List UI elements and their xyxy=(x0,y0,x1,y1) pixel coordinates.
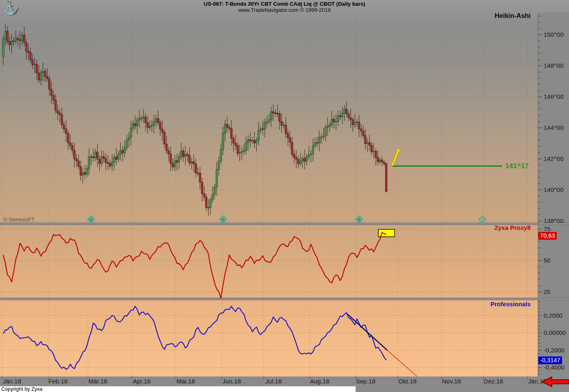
month-label: Feb.18 xyxy=(49,378,68,385)
svg-text:R: R xyxy=(358,218,361,222)
month-label: Dez.18 xyxy=(484,378,503,385)
proxy8-value-badge: 70,63 xyxy=(538,232,557,240)
axis-ticks xyxy=(538,12,542,376)
month-label: Sep.18 xyxy=(356,378,376,385)
proxy8-panel-label: Zyxa Proxy8 xyxy=(495,224,531,231)
genesis-watermark: © GenesisFT xyxy=(3,216,35,223)
svg-text:R: R xyxy=(222,218,224,222)
price-axis-label: 148^00 xyxy=(544,62,564,69)
proxy8-axis-label: 75 xyxy=(544,225,551,232)
professionals-axis-label: 0,00000 xyxy=(544,329,566,336)
professionals-axis-label: 0,2000 xyxy=(544,312,562,319)
price-axis-label: 140^00 xyxy=(544,186,564,193)
month-label: Jul.18 xyxy=(265,378,282,385)
month-label: Nov.18 xyxy=(442,378,461,385)
svg-text:R: R xyxy=(90,218,93,222)
professionals-line xyxy=(3,306,386,370)
price-annotations xyxy=(392,148,502,166)
up-arrow-annotation xyxy=(396,148,400,152)
gridlines xyxy=(0,15,538,379)
scroll-left-arrow-icon[interactable] xyxy=(540,376,569,388)
candlestick-series xyxy=(2,24,387,216)
price-axis-label: 138^00 xyxy=(544,217,564,224)
window-subtitle: www.TradeNavigator.com © 1999-2018 xyxy=(0,7,569,13)
proxy8-series xyxy=(3,232,386,298)
price-axis-label: 146^00 xyxy=(544,93,564,100)
window-title: US-067: T-Bonds 30Yr CBT Comb CAdj Liq @… xyxy=(0,1,569,7)
price-panel-label: Heikin-Ashi xyxy=(495,12,531,20)
month-label: Jän.18 xyxy=(3,378,21,385)
month-label: Mai.18 xyxy=(177,378,195,385)
rollover-markers: RRR? xyxy=(88,216,486,223)
price-axis-label: 144^00 xyxy=(544,124,564,131)
month-label: Jun.18 xyxy=(222,378,241,385)
proxy8-axis-label: 25 xyxy=(544,288,551,295)
svg-text:?: ? xyxy=(482,218,484,222)
trade-navigator-window: RRR? Jän.18Feb.18Mär.18Apr.18Mai.18Jun.1… xyxy=(0,0,569,392)
trendline-annotation xyxy=(387,350,417,376)
month-label: Apr.18 xyxy=(133,378,150,385)
proxy8-axis-label: 50 xyxy=(544,257,551,264)
professionals-series xyxy=(3,306,386,370)
proxy8-line xyxy=(3,232,386,298)
month-label: Mär.18 xyxy=(88,378,107,385)
chart-canvas[interactable]: RRR? xyxy=(0,0,569,392)
month-label: Okt.18 xyxy=(399,378,417,385)
price-axis-label: 150^00 xyxy=(544,31,564,38)
target-price-label: 141^17 xyxy=(505,162,529,170)
professionals-panel-label: Professionals xyxy=(491,301,531,307)
trendline-annotation xyxy=(347,313,387,350)
professionals-value-badge: -0,3147 xyxy=(538,356,562,364)
professionals-axis-label: -0,2000 xyxy=(544,347,565,354)
month-label: Aug.18 xyxy=(310,378,329,385)
professionals-axis-label: -0,4000 xyxy=(544,364,565,371)
price-axis-label: 142^00 xyxy=(544,155,564,162)
trendline-annotations xyxy=(347,313,417,376)
